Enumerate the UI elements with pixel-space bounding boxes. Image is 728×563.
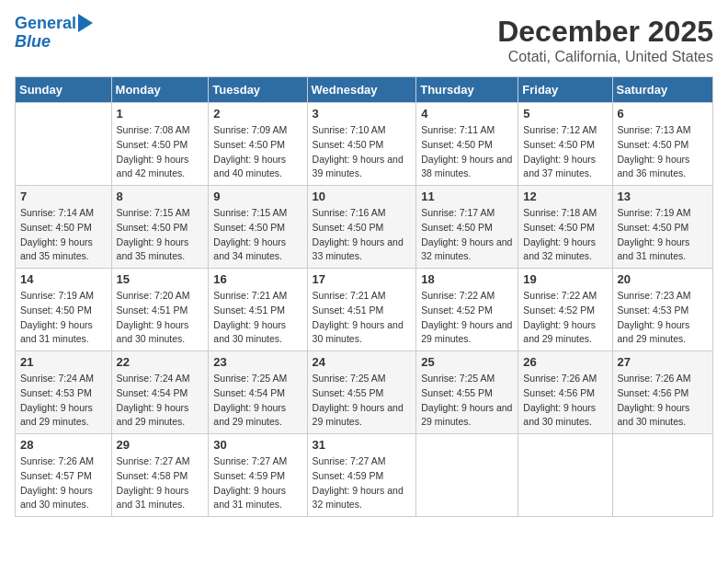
column-header-saturday: Saturday — [612, 77, 712, 103]
day-info: Sunrise: 7:15 AMSunset: 4:50 PMDaylight:… — [213, 206, 301, 264]
calendar-cell: 1Sunrise: 7:08 AMSunset: 4:50 PMDaylight… — [111, 103, 209, 186]
day-number: 14 — [20, 272, 107, 286]
calendar-cell: 3Sunrise: 7:10 AMSunset: 4:50 PMDaylight… — [307, 103, 416, 186]
day-number: 22 — [117, 355, 204, 369]
day-number: 9 — [213, 190, 301, 203]
day-info: Sunrise: 7:18 AMSunset: 4:50 PMDaylight:… — [523, 206, 607, 264]
calendar-cell: 17Sunrise: 7:21 AMSunset: 4:51 PMDayligh… — [307, 269, 416, 351]
day-info: Sunrise: 7:24 AMSunset: 4:53 PMDaylight:… — [20, 372, 107, 430]
calendar-week-row: 14Sunrise: 7:19 AMSunset: 4:50 PMDayligh… — [16, 269, 713, 351]
day-info: Sunrise: 7:14 AMSunset: 4:50 PMDaylight:… — [20, 206, 107, 264]
day-info: Sunrise: 7:12 AMSunset: 4:50 PMDaylight:… — [523, 123, 607, 181]
day-info: Sunrise: 7:27 AMSunset: 4:59 PMDaylight:… — [313, 454, 412, 512]
day-info: Sunrise: 7:08 AMSunset: 4:50 PMDaylight:… — [117, 123, 204, 181]
logo: General Blue — [15, 15, 93, 52]
calendar-cell: 29Sunrise: 7:27 AMSunset: 4:58 PMDayligh… — [111, 434, 209, 517]
logo-arrow-icon — [78, 14, 93, 32]
calendar-cell: 31Sunrise: 7:27 AMSunset: 4:59 PMDayligh… — [307, 434, 416, 517]
column-header-thursday: Thursday — [416, 77, 518, 103]
day-info: Sunrise: 7:17 AMSunset: 4:50 PMDaylight:… — [421, 206, 513, 264]
column-header-monday: Monday — [111, 77, 209, 103]
day-info: Sunrise: 7:27 AMSunset: 4:59 PMDaylight:… — [213, 454, 301, 512]
day-number: 7 — [20, 190, 107, 203]
day-info: Sunrise: 7:25 AMSunset: 4:54 PMDaylight:… — [213, 372, 301, 430]
calendar-cell: 21Sunrise: 7:24 AMSunset: 4:53 PMDayligh… — [16, 351, 112, 434]
day-number: 10 — [313, 190, 412, 203]
day-number: 25 — [421, 355, 513, 369]
day-number: 17 — [313, 272, 412, 286]
day-info: Sunrise: 7:16 AMSunset: 4:50 PMDaylight:… — [313, 206, 412, 264]
calendar-cell — [416, 434, 518, 517]
day-number: 20 — [618, 272, 708, 286]
calendar-cell: 26Sunrise: 7:26 AMSunset: 4:56 PMDayligh… — [518, 351, 612, 434]
day-info: Sunrise: 7:27 AMSunset: 4:58 PMDaylight:… — [117, 454, 204, 512]
calendar-cell: 25Sunrise: 7:25 AMSunset: 4:55 PMDayligh… — [416, 351, 518, 434]
day-number: 30 — [213, 438, 301, 452]
day-number: 15 — [117, 272, 204, 286]
calendar-cell: 30Sunrise: 7:27 AMSunset: 4:59 PMDayligh… — [209, 434, 307, 517]
title-block: December 2025 Cotati, California, United… — [497, 15, 713, 65]
day-info: Sunrise: 7:25 AMSunset: 4:55 PMDaylight:… — [313, 372, 412, 430]
day-info: Sunrise: 7:26 AMSunset: 4:57 PMDaylight:… — [20, 454, 107, 512]
column-header-tuesday: Tuesday — [209, 77, 307, 103]
day-number: 5 — [523, 107, 607, 121]
day-number: 27 — [618, 355, 708, 369]
day-number: 6 — [618, 107, 708, 121]
day-number: 1 — [117, 107, 204, 121]
day-number: 8 — [117, 190, 204, 203]
day-info: Sunrise: 7:19 AMSunset: 4:50 PMDaylight:… — [20, 289, 107, 347]
day-info: Sunrise: 7:20 AMSunset: 4:51 PMDaylight:… — [117, 289, 204, 347]
calendar-week-row: 1Sunrise: 7:08 AMSunset: 4:50 PMDaylight… — [16, 103, 713, 186]
page-title: December 2025 — [497, 15, 713, 49]
calendar-header-row: SundayMondayTuesdayWednesdayThursdayFrid… — [16, 77, 713, 103]
day-info: Sunrise: 7:26 AMSunset: 4:56 PMDaylight:… — [523, 372, 607, 430]
day-info: Sunrise: 7:11 AMSunset: 4:50 PMDaylight:… — [421, 123, 513, 181]
day-info: Sunrise: 7:21 AMSunset: 4:51 PMDaylight:… — [313, 289, 412, 347]
calendar-cell: 9Sunrise: 7:15 AMSunset: 4:50 PMDaylight… — [209, 186, 307, 269]
day-number: 23 — [213, 355, 301, 369]
day-info: Sunrise: 7:21 AMSunset: 4:51 PMDaylight:… — [213, 289, 301, 347]
calendar-cell: 4Sunrise: 7:11 AMSunset: 4:50 PMDaylight… — [416, 103, 518, 186]
calendar-cell: 19Sunrise: 7:22 AMSunset: 4:52 PMDayligh… — [518, 269, 612, 351]
day-info: Sunrise: 7:25 AMSunset: 4:55 PMDaylight:… — [421, 372, 513, 430]
day-number: 21 — [20, 355, 107, 369]
day-number: 28 — [20, 438, 107, 452]
calendar-cell — [16, 103, 112, 186]
day-number: 2 — [213, 107, 301, 121]
day-number: 18 — [421, 272, 513, 286]
calendar-cell: 5Sunrise: 7:12 AMSunset: 4:50 PMDaylight… — [518, 103, 612, 186]
day-info: Sunrise: 7:24 AMSunset: 4:54 PMDaylight:… — [117, 372, 204, 430]
calendar-cell: 15Sunrise: 7:20 AMSunset: 4:51 PMDayligh… — [111, 269, 209, 351]
calendar-week-row: 28Sunrise: 7:26 AMSunset: 4:57 PMDayligh… — [16, 434, 713, 517]
calendar-cell: 13Sunrise: 7:19 AMSunset: 4:50 PMDayligh… — [612, 186, 712, 269]
logo-text: General — [15, 15, 76, 33]
day-info: Sunrise: 7:13 AMSunset: 4:50 PMDaylight:… — [618, 123, 708, 181]
calendar-cell: 10Sunrise: 7:16 AMSunset: 4:50 PMDayligh… — [307, 186, 416, 269]
calendar-cell: 23Sunrise: 7:25 AMSunset: 4:54 PMDayligh… — [209, 351, 307, 434]
calendar-cell — [612, 434, 712, 517]
calendar-cell: 16Sunrise: 7:21 AMSunset: 4:51 PMDayligh… — [209, 269, 307, 351]
calendar-cell: 11Sunrise: 7:17 AMSunset: 4:50 PMDayligh… — [416, 186, 518, 269]
calendar-week-row: 21Sunrise: 7:24 AMSunset: 4:53 PMDayligh… — [16, 351, 713, 434]
day-number: 19 — [523, 272, 607, 286]
day-info: Sunrise: 7:23 AMSunset: 4:53 PMDaylight:… — [618, 289, 708, 347]
calendar-cell: 6Sunrise: 7:13 AMSunset: 4:50 PMDaylight… — [612, 103, 712, 186]
day-number: 16 — [213, 272, 301, 286]
calendar-cell: 27Sunrise: 7:26 AMSunset: 4:56 PMDayligh… — [612, 351, 712, 434]
day-number: 13 — [618, 190, 708, 203]
day-info: Sunrise: 7:22 AMSunset: 4:52 PMDaylight:… — [421, 289, 513, 347]
calendar-cell: 7Sunrise: 7:14 AMSunset: 4:50 PMDaylight… — [16, 186, 112, 269]
day-number: 24 — [313, 355, 412, 369]
day-number: 3 — [313, 107, 412, 121]
day-info: Sunrise: 7:19 AMSunset: 4:50 PMDaylight:… — [618, 206, 708, 264]
day-number: 12 — [523, 190, 607, 203]
day-info: Sunrise: 7:22 AMSunset: 4:52 PMDaylight:… — [523, 289, 607, 347]
day-info: Sunrise: 7:26 AMSunset: 4:56 PMDaylight:… — [618, 372, 708, 430]
calendar-cell: 22Sunrise: 7:24 AMSunset: 4:54 PMDayligh… — [111, 351, 209, 434]
day-number: 26 — [523, 355, 607, 369]
calendar-cell: 20Sunrise: 7:23 AMSunset: 4:53 PMDayligh… — [612, 269, 712, 351]
day-number: 31 — [313, 438, 412, 452]
day-number: 4 — [421, 107, 513, 121]
calendar-cell — [518, 434, 612, 517]
calendar-cell: 28Sunrise: 7:26 AMSunset: 4:57 PMDayligh… — [16, 434, 112, 517]
